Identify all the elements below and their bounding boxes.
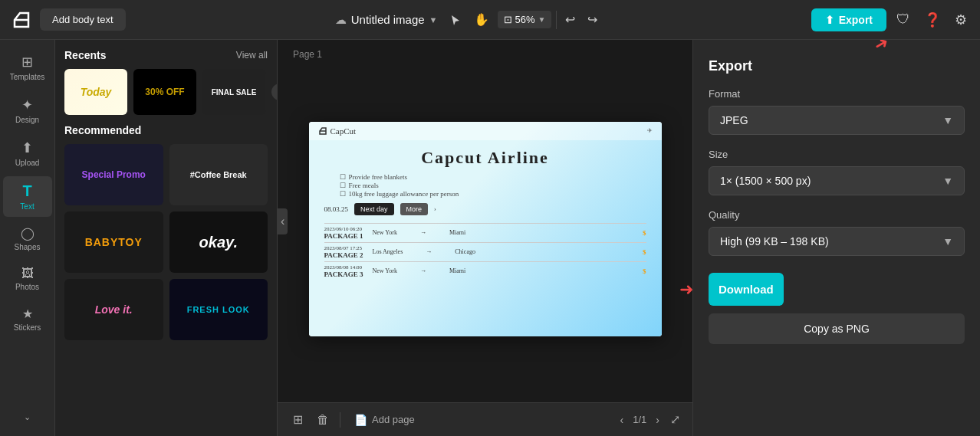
sidebar-item-templates[interactable]: ⊞ Templates — [3, 48, 52, 87]
recents-scroll-right-button[interactable]: › — [271, 84, 278, 100]
recent-item-today[interactable]: Today — [64, 69, 127, 115]
shapes-icon: ◯ — [21, 226, 35, 241]
format-select[interactable]: JPEG ▼ — [709, 106, 965, 135]
collapse-icon: ⌄ — [24, 412, 31, 422]
more-button[interactable]: More — [400, 203, 429, 215]
layout-icon: ⊡ — [504, 14, 512, 25]
prev-page-button[interactable]: ‹ — [616, 412, 629, 428]
recent-item-finalsale[interactable]: FINAL SALE — [202, 69, 265, 115]
format-label: Format — [709, 88, 965, 100]
top-bar-right: ⬆ Export 🛡 ❓ ⚙ — [811, 8, 971, 32]
quality-select[interactable]: High (99 KB – 198 KB) ▼ — [709, 227, 965, 256]
canvas-frame[interactable]: CapCut ✈ Capcut Airline ☐Provide free bl… — [309, 122, 662, 336]
canvas-header-right: ✈ — [647, 127, 653, 134]
sidebar-item-upload[interactable]: ⬆ Upload — [3, 133, 52, 173]
canvas-table: 2023/09/10 06:20 PACKAGE 1 New York → Mi… — [324, 223, 646, 280]
add-page-icon: 📄 — [354, 414, 367, 426]
template-babytoy-label: BABYTOY — [85, 236, 143, 248]
stickers-icon: ★ — [22, 307, 33, 321]
add-body-text-button[interactable]: Add body text — [40, 8, 126, 31]
package1-from: New York — [373, 229, 397, 236]
next-page-button[interactable]: › — [651, 412, 664, 428]
settings-icon-button[interactable]: ⚙ — [951, 8, 971, 32]
templates-panel: Recents View all Today 30% OFF FINAL SAL… — [55, 40, 278, 436]
sidebar-item-stickers[interactable]: ★ Stickers — [3, 300, 52, 338]
bottom-bar-left: ⊞ 🗑 📄 Add page — [290, 409, 421, 430]
recent-item-sale[interactable]: 30% OFF — [133, 69, 196, 115]
separator — [556, 11, 557, 29]
recents-title: Recents — [64, 49, 106, 61]
template-item-okay[interactable]: okay. — [169, 211, 268, 273]
arrow-icon-3: → — [420, 267, 426, 274]
collapse-panel-button[interactable]: ‹ — [278, 208, 288, 234]
sidebar-shapes-label: Shapes — [15, 243, 41, 251]
next-day-button[interactable]: Next day — [354, 203, 394, 215]
expand-button[interactable]: ⤢ — [670, 412, 680, 427]
canvas-container: Page 1 ‹ CapCut ✈ Capcut Air — [278, 40, 692, 436]
bottom-separator — [340, 412, 340, 428]
size-select[interactable]: 1× (1500 × 500 px) ▼ — [709, 166, 965, 195]
canvas-design-header: CapCut ✈ — [309, 122, 662, 140]
template-item-loveit[interactable]: Love it. — [64, 279, 163, 340]
sidebar-design-label: Design — [15, 116, 39, 124]
package2-price: $ — [643, 248, 646, 256]
package2-date: 2023/08/07 17:25 PACKAGE 2 — [324, 245, 367, 259]
sidebar-item-text[interactable]: T Text — [3, 176, 52, 217]
package3-date: 2023/08/08 14:00 PACKAGE 3 — [324, 264, 367, 278]
undo-button[interactable]: ↩ — [561, 8, 579, 31]
select-tool-button[interactable] — [446, 10, 465, 30]
table-row-2: 2023/08/07 17:25 PACKAGE 2 Los Angeles →… — [324, 242, 646, 261]
bottom-bar-right: ‹ 1/1 › ⤢ — [616, 412, 680, 428]
feature-1: Provide free blankets — [349, 173, 407, 181]
redo-button[interactable]: ↪ — [584, 8, 601, 31]
sidebar-item-shapes[interactable]: ◯ Shapes — [3, 220, 52, 257]
help-icon-button[interactable]: ❓ — [920, 8, 945, 32]
download-button-wrapper: ➜ Download — [709, 273, 965, 306]
sidebar-item-photos[interactable]: 🖼 Photos — [3, 261, 52, 297]
package1-date: 2023/09/10 06:20 PACKAGE 1 — [324, 226, 367, 240]
export-button[interactable]: ⬆ Export — [811, 8, 886, 31]
format-value: JPEG — [720, 114, 748, 126]
copy-as-png-button[interactable]: Copy as PNG — [709, 313, 965, 344]
package1-price: $ — [643, 229, 646, 237]
add-page-button[interactable]: 📄 Add page — [348, 411, 421, 429]
quality-field: Quality High (99 KB – 198 KB) ▼ — [709, 209, 965, 256]
view-all-link[interactable]: View all — [236, 50, 268, 61]
save-cloud-icon: ☁ — [335, 13, 347, 27]
capcut-logo[interactable] — [9, 8, 34, 32]
download-button[interactable]: Download — [709, 273, 784, 306]
export-panel-title: Export — [709, 58, 965, 74]
hand-tool-button[interactable]: ✋ — [470, 8, 493, 31]
size-value: 1× (1500 × 500 px) — [720, 175, 811, 187]
check-icon-3: ☐ — [340, 190, 346, 198]
canvas-booking: 08.03.25 Next day More › — [309, 200, 662, 218]
template-grid: Special Promo #Coffee Break BABYTOY okay… — [55, 144, 277, 340]
package3-cities: New York → Miami — [373, 267, 637, 274]
zoom-chevron-icon: ▼ — [538, 15, 546, 24]
template-item-babytoy[interactable]: BABYTOY — [64, 211, 163, 273]
recents-section: Recents View all Today 30% OFF FINAL SAL… — [55, 40, 277, 124]
zoom-value: 56% — [515, 14, 535, 25]
document-title-area[interactable]: ☁ Untitled image ▼ — [335, 13, 438, 27]
red-arrow-export-indicator: ➜ — [870, 40, 893, 56]
package1-cities: New York → Miami — [373, 229, 637, 236]
template-item-coffee[interactable]: #Coffee Break — [169, 144, 268, 205]
sidebar-collapse-button[interactable]: ⌄ — [3, 406, 52, 428]
template-item-special-promo[interactable]: Special Promo — [64, 144, 163, 205]
template-item-freshlook[interactable]: FRESH LOOK — [169, 279, 268, 340]
photos-icon: 🖼 — [21, 267, 34, 280]
zoom-control[interactable]: ⊡ 56% ▼ — [498, 11, 552, 28]
grid-view-button[interactable]: ⊞ — [290, 409, 306, 430]
template-freshlook-label: FRESH LOOK — [187, 305, 250, 314]
title-chevron-icon: ▼ — [429, 15, 438, 25]
canvas-logo-text: CapCut — [331, 126, 357, 136]
feature-2: Free meals — [349, 182, 379, 189]
arrow-icon-1: → — [420, 229, 426, 236]
sidebar-item-design[interactable]: ✦ Design — [3, 90, 52, 130]
document-title: Untitled image — [351, 13, 425, 26]
booking-date: 08.03.25 — [324, 205, 349, 213]
delete-page-button[interactable]: 🗑 — [314, 410, 332, 430]
shield-icon-button[interactable]: 🛡 — [893, 8, 914, 31]
recent-finalsale-label: FINAL SALE — [212, 88, 257, 97]
recommended-section: Recommended Special Promo #Coffee Break … — [55, 124, 277, 340]
